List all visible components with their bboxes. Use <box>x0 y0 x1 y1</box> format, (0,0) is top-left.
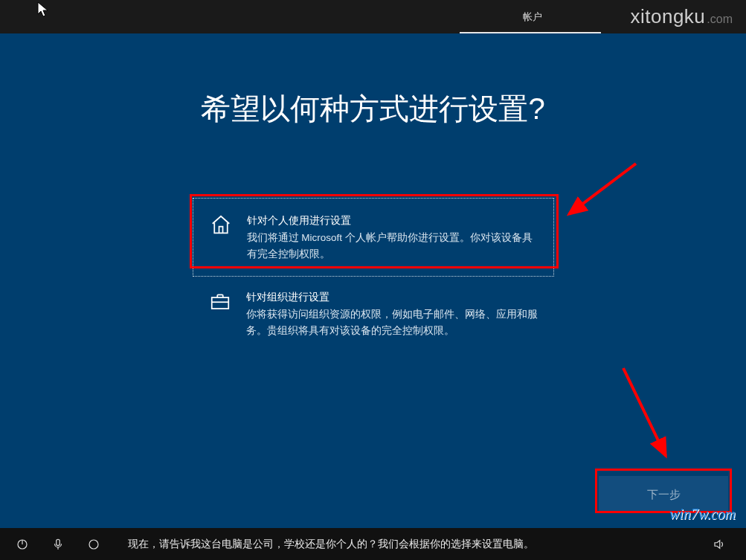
cortana-prompt: 现在，请告诉我这台电脑是公司，学校还是你个人的？我们会根据你的选择来设置电脑。 <box>128 538 691 551</box>
svg-line-5 <box>623 368 666 456</box>
setup-options: 针对个人使用进行设置 我们将通过 Microsoft 个人帐户帮助你进行设置。你… <box>193 198 554 353</box>
watermark-text: win7w.com <box>669 506 736 523</box>
next-button-label: 下一步 <box>647 488 681 502</box>
microphone-icon[interactable] <box>51 537 65 552</box>
svg-line-4 <box>569 164 636 214</box>
brand-suffix-text: .com <box>707 13 733 26</box>
option-personal-description: 我们将通过 Microsoft 个人帐户帮助你进行设置。你对该设备具有完全控制权… <box>247 230 538 263</box>
option-personal-title: 针对个人使用进行设置 <box>247 212 538 228</box>
tab-account-label: 帐户 <box>523 10 542 24</box>
speaker-icon[interactable] <box>712 537 727 552</box>
svg-rect-0 <box>211 297 228 309</box>
option-organization-title: 针对组织进行设置 <box>246 289 539 305</box>
option-organization[interactable]: 针对组织进行设置 你将获得访问组织资源的权限，例如电子邮件、网络、应用和服务。贵… <box>193 278 554 353</box>
briefcase-icon <box>208 289 233 314</box>
setup-topbar: 帐户 xitongku .com <box>0 0 746 33</box>
home-icon <box>208 212 234 237</box>
tab-underline <box>460 32 601 33</box>
cortana-bar: 现在，请告诉我这台电脑是公司，学校还是你个人的？我们会根据你的选择来设置电脑。 <box>0 528 746 560</box>
svg-point-3 <box>89 540 98 549</box>
option-personal[interactable]: 针对个人使用进行设置 我们将通过 Microsoft 个人帐户帮助你进行设置。你… <box>193 198 554 277</box>
annotation-arrow-top <box>558 156 647 231</box>
page-title: 希望以何种方式进行设置? <box>0 88 746 129</box>
brand-main-text: xitongku <box>630 5 705 28</box>
brand-logo: xitongku .com <box>630 5 733 28</box>
cortana-circle-icon[interactable] <box>86 537 101 552</box>
power-icon[interactable] <box>15 537 30 552</box>
svg-rect-2 <box>57 539 60 545</box>
tab-account[interactable]: 帐户 <box>517 0 548 33</box>
option-organization-description: 你将获得访问组织资源的权限，例如电子邮件、网络、应用和服务。贵组织将具有对该设备… <box>246 306 539 339</box>
annotation-arrow-bottom <box>610 361 684 465</box>
